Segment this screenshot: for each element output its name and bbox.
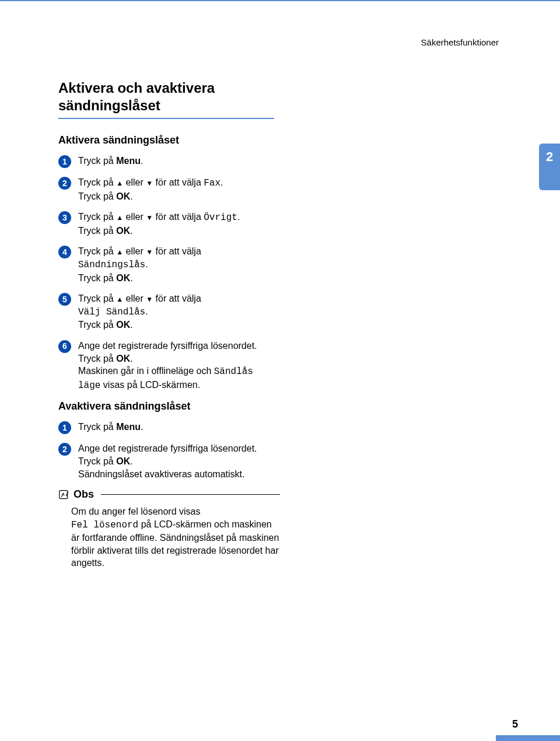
step-body: Tryck på ▲ eller ▼ för att välja Övrigt.… [78, 211, 280, 237]
page-heading: Aktivera och avaktivera sändningslåset [58, 79, 280, 114]
page-number-bar [496, 735, 560, 741]
step-number-bullet: 1 [58, 421, 71, 434]
bold-text: OK [116, 456, 130, 466]
monospace-text: Sändningslås [78, 260, 145, 270]
chapter-tab: 2 [539, 144, 560, 190]
text: visas på LCD-skärmen. [100, 380, 200, 390]
monospace-text: Fax [204, 178, 220, 188]
page: Säkerhetsfunktioner Aktivera och avaktiv… [0, 1, 560, 569]
step: 3Tryck på ▲ eller ▼ för att välja Övrigt… [58, 211, 280, 237]
arrow-down-icon: ▼ [146, 179, 153, 187]
note-divider [101, 494, 280, 495]
text: Tryck på [78, 156, 116, 166]
note-title: Obs [74, 488, 94, 501]
text: Tryck på [78, 191, 116, 201]
step-body: Tryck på Menu. [78, 421, 280, 434]
step-body: Tryck på ▲ eller ▼ för att välja Sändnin… [78, 245, 280, 284]
step: 1Tryck på Menu. [58, 421, 280, 434]
note-head: Obs [58, 488, 280, 501]
bold-text: OK [116, 320, 130, 330]
text: Tryck på [78, 422, 116, 432]
arrow-down-icon: ▼ [146, 295, 153, 303]
text: . [130, 273, 132, 283]
arrow-up-icon: ▲ [116, 295, 123, 303]
text: . [130, 191, 132, 201]
text: Ange det registrerade fyrsiffriga löseno… [78, 341, 257, 351]
step-body: Ange det registrerade fyrsiffriga löseno… [78, 442, 280, 480]
step-number-bullet: 2 [58, 177, 71, 190]
text: för att välja [153, 293, 201, 303]
step-number-bullet: 5 [58, 293, 71, 306]
text: . [130, 354, 132, 363]
heading-underline [58, 118, 274, 119]
bold-text: Menu [116, 156, 141, 166]
monospace-text: Fel lösenord [71, 520, 138, 530]
step-body: Tryck på ▲ eller ▼ för att välja Fax.Try… [78, 176, 280, 202]
text: . [237, 212, 240, 222]
note-body: Om du anger fel lösenord visas Fel lösen… [58, 505, 280, 569]
text: eller [123, 212, 146, 222]
step-number-bullet: 3 [58, 211, 71, 224]
text: . [130, 456, 132, 466]
text: eller [123, 177, 146, 187]
monospace-text: Välj Sändlås [78, 307, 145, 317]
text: för att välja [153, 246, 201, 256]
text: för att välja [153, 212, 204, 222]
text: Tryck på [78, 273, 116, 283]
step-body: Ange det registrerade fyrsiffriga löseno… [78, 340, 280, 392]
text: . [130, 320, 132, 330]
step: 5Tryck på ▲ eller ▼ för att välja Välj S… [58, 292, 280, 331]
text: . [220, 177, 223, 187]
text: Tryck på [78, 212, 116, 222]
steps-activate: 1Tryck på Menu.2Tryck på ▲ eller ▼ för a… [58, 155, 280, 392]
arrow-down-icon: ▼ [146, 248, 153, 256]
text: Maskinen går in i offlineläge och [78, 366, 214, 376]
text: . [145, 306, 148, 316]
text: Tryck på [78, 293, 116, 303]
text: . [141, 156, 143, 166]
step: 6Ange det registrerade fyrsiffriga lösen… [58, 340, 280, 392]
bold-text: OK [116, 191, 130, 201]
page-number: 5 [512, 718, 518, 730]
running-head: Säkerhetsfunktioner [421, 37, 499, 47]
text: eller [123, 246, 146, 256]
text: Om du anger fel lösenord visas [71, 506, 200, 516]
step: 2Ange det registrerade fyrsiffriga lösen… [58, 442, 280, 480]
text: . [141, 422, 143, 432]
text: Ange det registrerade fyrsiffriga löseno… [78, 443, 257, 453]
text: Sändningslåset avaktiveras automatiskt. [78, 469, 244, 479]
arrow-down-icon: ▼ [146, 214, 153, 222]
note-icon [58, 490, 70, 500]
step-number-bullet: 2 [58, 443, 71, 456]
arrow-up-icon: ▲ [116, 179, 123, 187]
text: Tryck på [78, 177, 116, 187]
monospace-text: Övrigt [204, 212, 237, 223]
step-body: Tryck på Menu. [78, 155, 280, 168]
content-column: Aktivera och avaktivera sändningslåset A… [58, 79, 280, 569]
section-deactivate-title: Avaktivera sändningslåset [58, 400, 280, 413]
step: 2Tryck på ▲ eller ▼ för att välja Fax.Tr… [58, 176, 280, 202]
bold-text: OK [116, 354, 130, 363]
text: Tryck på [78, 246, 116, 256]
text: . [145, 259, 148, 269]
text: . [130, 226, 132, 236]
step-number-bullet: 6 [58, 340, 71, 353]
steps-deactivate: 1Tryck på Menu.2Ange det registrerade fy… [58, 421, 280, 480]
section-activate-title: Aktivera sändningslåset [58, 134, 280, 146]
bold-text: OK [116, 273, 130, 283]
step: 1Tryck på Menu. [58, 155, 280, 168]
text: Tryck på [78, 456, 116, 466]
text: Tryck på [78, 226, 116, 236]
step-number-bullet: 1 [58, 155, 71, 168]
note-block: Obs Om du anger fel lösenord visas Fel l… [58, 488, 280, 569]
text: Tryck på [78, 320, 116, 330]
step-number-bullet: 4 [58, 246, 71, 258]
text: för att välja [153, 177, 204, 187]
bold-text: OK [116, 226, 130, 236]
step: 4Tryck på ▲ eller ▼ för att välja Sändni… [58, 245, 280, 284]
bold-text: Menu [116, 422, 141, 432]
arrow-up-icon: ▲ [116, 214, 123, 222]
step-body: Tryck på ▲ eller ▼ för att välja Välj Sä… [78, 292, 280, 331]
arrow-up-icon: ▲ [116, 248, 123, 256]
text: eller [123, 293, 146, 303]
